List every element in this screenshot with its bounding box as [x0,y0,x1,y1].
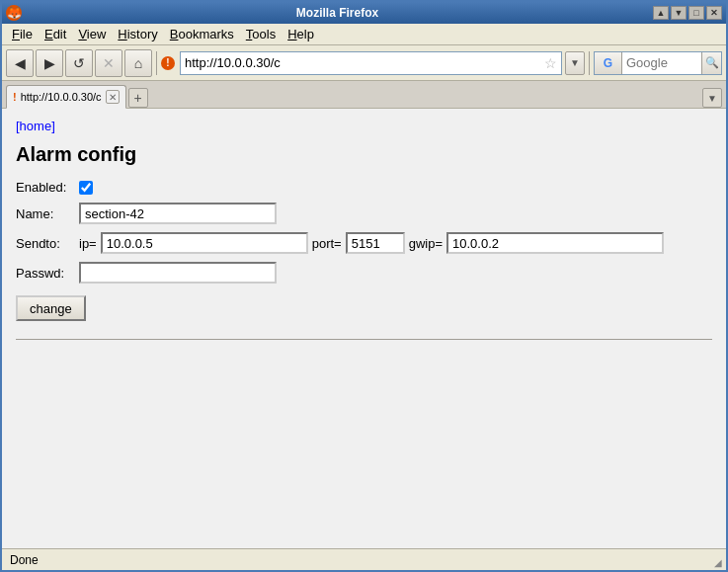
enabled-checkbox[interactable] [79,181,93,195]
url-bar-container: ! http://10.0.0.30/c ☆ ▼ [161,51,585,75]
firefox-icon: 🦊 [6,5,22,21]
port-input[interactable] [346,232,405,254]
ip-input[interactable] [101,232,308,254]
search-input[interactable] [622,55,701,70]
separator [16,339,712,340]
page-content: [home] Alarm config Enabled: Name: Sendt… [2,109,726,570]
active-tab[interactable]: ! http://10.0.0.30/c ✕ [6,85,126,109]
ip-label: ip= [79,236,97,251]
tab-close-button[interactable]: ✕ [106,90,120,104]
name-row: Name: [16,203,712,224]
url-bar[interactable]: http://10.0.0.30/c ☆ [180,51,562,75]
url-dropdown-button[interactable]: ▼ [565,51,585,75]
security-warning-icon: ! [161,56,175,70]
stop-button[interactable]: ✕ [95,49,122,77]
forward-button[interactable]: ▶ [36,49,63,77]
new-tab-button[interactable]: + [128,88,148,108]
menu-file[interactable]: File [6,25,39,43]
resize-handle[interactable]: ◢ [710,554,726,570]
menu-edit[interactable]: Edit [39,25,72,43]
bookmark-star-icon[interactable]: ☆ [544,55,557,71]
gwip-input[interactable] [446,232,664,254]
search-engine-button[interactable]: G [595,52,622,74]
close-button[interactable]: ✕ [706,6,722,20]
tab-warning-icon: ! [13,91,17,103]
toolbar-separator [156,51,157,75]
sendto-label: Sendto: [16,236,75,251]
menu-help[interactable]: Help [282,25,320,43]
search-container: G 🔍 [594,51,722,75]
titlebar-controls: ▲ ▼ □ ✕ [653,6,722,20]
menu-view[interactable]: View [72,25,112,43]
menu-history[interactable]: History [112,25,163,43]
sendto-row: Sendto: ip= port= gwip= [16,232,712,254]
enabled-label: Enabled: [16,180,75,195]
restore-button[interactable]: □ [688,6,704,20]
home-button[interactable]: ⌂ [124,49,152,77]
name-input[interactable] [79,203,277,224]
search-go-button[interactable]: 🔍 [701,52,721,74]
tabbar: ! http://10.0.0.30/c ✕ + ▼ [2,81,726,109]
status-text: Done [10,553,39,567]
titlebar: 🦊 Mozilla Firefox ▲ ▼ □ ✕ [2,2,726,24]
menu-bookmarks[interactable]: Bookmarks [164,25,240,43]
titlebar-title: Mozilla Firefox [22,6,653,20]
toolbar: ◀ ▶ ↺ ✕ ⌂ ! http://10.0.0.30/c ☆ ▼ G 🔍 [2,45,726,81]
passwd-row: Passwd: [16,262,712,284]
change-button[interactable]: change [16,295,86,321]
tab-label: http://10.0.0.30/c [21,91,102,103]
tab-list-button[interactable]: ▼ [702,88,722,108]
menu-tools[interactable]: Tools [240,25,282,43]
enabled-row: Enabled: [16,180,712,195]
browser-window: 🦊 Mozilla Firefox ▲ ▼ □ ✕ File Edit View… [0,0,728,572]
minimize-button[interactable]: ▲ [653,6,669,20]
maximize-button[interactable]: ▼ [671,6,687,20]
toolbar-separator-2 [589,51,590,75]
home-link[interactable]: [home] [16,119,55,133]
back-button[interactable]: ◀ [6,49,34,77]
gwip-label: gwip= [409,236,443,251]
page-title: Alarm config [16,143,712,166]
passwd-input[interactable] [79,262,277,284]
port-label: port= [312,236,342,251]
passwd-label: Passwd: [16,266,75,281]
statusbar: Done ◢ [2,548,726,570]
name-label: Name: [16,206,75,221]
menubar: File Edit View History Bookmarks Tools H… [2,24,726,45]
url-text: http://10.0.0.30/c [185,55,540,70]
reload-button[interactable]: ↺ [65,49,93,77]
